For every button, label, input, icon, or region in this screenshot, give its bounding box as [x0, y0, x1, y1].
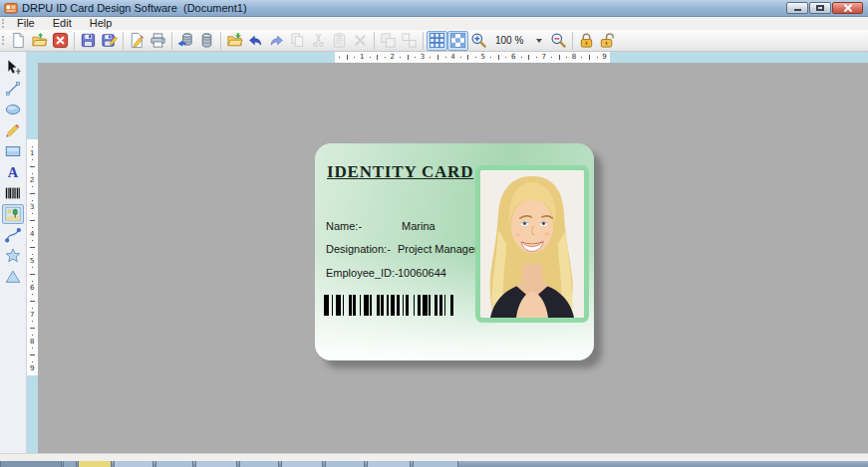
unlock-icon-button[interactable]	[597, 31, 618, 51]
h-ruler-tick	[505, 57, 506, 58]
h-ruler-number: 6	[511, 54, 515, 61]
card-barcode[interactable]	[324, 295, 459, 316]
h-ruler-tick	[460, 57, 461, 58]
save-icon-button[interactable]	[78, 31, 99, 51]
tool-barcode-button[interactable]	[2, 183, 24, 203]
h-ruler-tick	[437, 55, 438, 60]
tool-pencil-button[interactable]	[2, 120, 24, 140]
edit-card-icon-button[interactable]	[127, 31, 147, 51]
v-ruler-number: 5	[30, 258, 34, 265]
tool-line-button[interactable]	[2, 79, 24, 99]
minimize-button[interactable]	[786, 2, 808, 14]
tool-text-button[interactable]: A	[2, 162, 24, 182]
card-field-label[interactable]: Name:-	[326, 220, 362, 232]
zoom-out-icon-button[interactable]	[548, 31, 569, 51]
v-ruler-tick	[32, 200, 33, 201]
design-canvas[interactable]: IDENTITY CARD Name:-MarinaDesignation:-P…	[38, 63, 868, 453]
window-title: DRPU ID Card Design Software (Document1)	[22, 2, 247, 14]
taskbar-window-button	[413, 461, 458, 467]
h-ruler-tick	[445, 57, 446, 58]
tool-curve-button[interactable]	[2, 225, 24, 245]
title-bar[interactable]: DRPU ID Card Design Software (Document1)	[0, 0, 868, 17]
h-ruler-tick	[566, 57, 567, 58]
tool-ellipse-button[interactable]	[2, 100, 24, 119]
v-ruler-tick	[30, 193, 35, 194]
database-icon-button[interactable]	[196, 31, 217, 51]
undo-icon-button[interactable]	[245, 31, 266, 51]
toolbar-separator	[74, 32, 75, 50]
v-ruler-number: 1	[30, 150, 34, 157]
card-title[interactable]: IDENTITY CARD	[327, 162, 473, 182]
h-ruler-number: 8	[572, 54, 576, 61]
group-icon-button	[378, 31, 399, 51]
maximize-button[interactable]	[809, 2, 831, 14]
export-folder-icon-button[interactable]	[224, 31, 245, 51]
lock-icon-button[interactable]	[576, 31, 597, 51]
card-field-value[interactable]: Project Manager	[398, 243, 478, 255]
v-ruler-tick	[32, 159, 33, 160]
menu-bar: FileEditHelp	[0, 17, 868, 31]
svg-text:A: A	[8, 164, 19, 180]
tool-image-button[interactable]	[2, 204, 24, 224]
snap-grid-icon-button[interactable]	[447, 31, 468, 51]
h-ruler-tick	[551, 57, 552, 58]
tool-star-button[interactable]	[2, 246, 24, 266]
horizontal-ruler-page-area: 123456789	[335, 52, 610, 63]
v-ruler-tick	[32, 348, 33, 349]
redo-icon-button[interactable]	[266, 31, 287, 51]
delete-icon-button	[350, 31, 371, 51]
open-icon-button[interactable]	[29, 31, 50, 51]
tool-select-move-button[interactable]	[2, 58, 24, 78]
tool-rectangle-button[interactable]	[2, 141, 24, 161]
show-grid-icon-button[interactable]	[427, 31, 447, 51]
toolbar-grip	[2, 36, 5, 45]
barcode-bar	[450, 295, 453, 316]
menu-help[interactable]: Help	[81, 17, 122, 30]
h-ruler-tick	[347, 55, 348, 60]
menu-file[interactable]: File	[8, 17, 44, 30]
v-ruler-number: 4	[30, 231, 34, 238]
h-ruler-tick	[559, 55, 560, 60]
id-card[interactable]: IDENTITY CARD Name:-MarinaDesignation:-P…	[315, 143, 594, 360]
v-ruler-tick	[32, 361, 33, 362]
card-field-label[interactable]: Designation:-	[326, 243, 391, 255]
toolbar-separator	[171, 32, 172, 50]
menu-edit[interactable]: Edit	[44, 17, 81, 30]
new-document-icon-button[interactable]	[8, 31, 29, 51]
windows-taskbar[interactable]	[0, 461, 868, 467]
app-window: DRPU ID Card Design Software (Document1)…	[0, 0, 868, 467]
save-as-icon-button[interactable]	[99, 31, 120, 51]
v-ruler-tick	[32, 146, 33, 147]
card-field-label[interactable]: Employee_ID:-	[326, 267, 399, 279]
zoom-in-icon-button[interactable]	[468, 31, 489, 51]
card-field-value[interactable]: Marina	[402, 220, 435, 232]
h-ruler-tick	[498, 55, 499, 60]
toolbar-separator	[572, 32, 573, 50]
drawing-tool-panel: A	[0, 52, 27, 453]
h-ruler-tick	[408, 55, 409, 60]
v-ruler-tick	[30, 220, 35, 221]
zoom-level-combo[interactable]: 100 %	[491, 32, 546, 50]
taskbar-window-button	[0, 461, 62, 467]
v-ruler-tick	[30, 274, 35, 275]
card-field-value[interactable]: 10060644	[398, 267, 446, 279]
taskbar-window-button	[367, 461, 411, 467]
database-add-icon-button[interactable]	[175, 31, 196, 51]
h-ruler-tick	[536, 57, 537, 58]
h-ruler-number: 1	[360, 54, 364, 61]
h-ruler-tick	[430, 57, 431, 58]
dropdown-arrow-icon[interactable]	[536, 39, 542, 43]
app-icon	[4, 1, 18, 15]
maximize-icon	[816, 5, 824, 11]
h-ruler-number: 9	[602, 54, 606, 61]
card-photo[interactable]	[475, 165, 589, 323]
v-ruler-tick	[32, 308, 33, 309]
close-document-icon-button[interactable]	[50, 31, 71, 51]
print-icon-button[interactable]	[147, 31, 168, 51]
cut-icon-button	[308, 31, 329, 51]
v-ruler-tick	[32, 227, 33, 228]
tool-triangle-button[interactable]	[2, 267, 24, 287]
h-ruler-tick	[528, 55, 529, 60]
h-ruler-tick	[400, 57, 401, 58]
close-button[interactable]	[832, 2, 863, 14]
